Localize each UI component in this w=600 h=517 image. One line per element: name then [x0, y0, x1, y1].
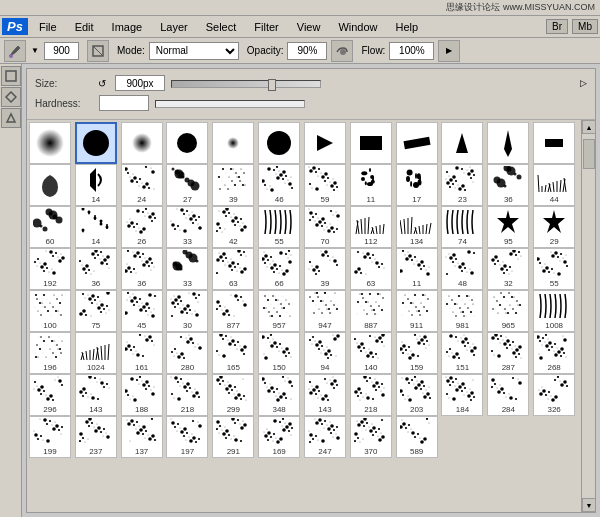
brush-cell[interactable]: 42 — [212, 206, 254, 248]
brush-cell[interactable]: 46 — [258, 164, 300, 206]
brush-cell[interactable]: 33 — [166, 206, 208, 248]
brush-cell[interactable]: 203 — [396, 374, 438, 416]
brush-cell[interactable]: 143 — [75, 374, 117, 416]
opacity-input[interactable] — [287, 42, 327, 60]
brush-cell[interactable] — [487, 122, 529, 164]
brush-cell[interactable]: 23 — [441, 164, 483, 206]
brush-cell[interactable]: 965 — [487, 290, 529, 332]
airbrush-icon[interactable] — [331, 40, 353, 62]
menu-view[interactable]: View — [294, 19, 324, 35]
brush-icon[interactable] — [4, 40, 26, 62]
brush-cell[interactable]: 1024 — [75, 332, 117, 374]
brush-cell[interactable]: 284 — [487, 374, 529, 416]
brush-cell[interactable] — [75, 122, 117, 164]
brush-cell[interactable] — [212, 122, 254, 164]
brush-cell[interactable] — [441, 122, 483, 164]
brush-cell[interactable]: 291 — [212, 416, 254, 458]
mode-select[interactable]: Normal Dissolve Multiply Screen — [149, 42, 239, 60]
brush-cell[interactable]: 94 — [304, 332, 346, 374]
brush-cell[interactable] — [166, 122, 208, 164]
brush-cell[interactable]: 150 — [258, 332, 300, 374]
brush-cell[interactable]: 36 — [121, 248, 163, 290]
brush-cell[interactable]: 981 — [441, 290, 483, 332]
brush-cell[interactable]: 947 — [304, 290, 346, 332]
brush-cell[interactable]: 60 — [29, 206, 71, 248]
brush-cell[interactable]: 184 — [441, 374, 483, 416]
brush-cell[interactable]: 887 — [350, 290, 392, 332]
brush-cell[interactable] — [29, 122, 71, 164]
brush-cell[interactable] — [121, 122, 163, 164]
brush-cell[interactable]: 877 — [212, 290, 254, 332]
brush-cell[interactable]: 169 — [258, 416, 300, 458]
brush-cell[interactable]: 59 — [304, 164, 346, 206]
brush-cell[interactable]: 192 — [29, 248, 71, 290]
brush-cell[interactable]: 268 — [533, 332, 575, 374]
brush-cell[interactable]: 48 — [441, 248, 483, 290]
brush-cell[interactable]: 63 — [212, 248, 254, 290]
brush-cell[interactable]: 27 — [166, 164, 208, 206]
brush-cell[interactable]: 137 — [121, 416, 163, 458]
brush-cell[interactable]: 29 — [533, 206, 575, 248]
brush-cell[interactable]: 45 — [121, 290, 163, 332]
brush-cell[interactable]: 39 — [212, 164, 254, 206]
brush-cell[interactable] — [29, 164, 71, 206]
menu-window[interactable]: Window — [335, 19, 380, 35]
brush-cell[interactable]: 197 — [166, 416, 208, 458]
brush-cell[interactable]: 911 — [396, 290, 438, 332]
brush-cell[interactable]: 134 — [396, 206, 438, 248]
brush-cell[interactable]: 151 — [441, 332, 483, 374]
brush-cell[interactable]: 218 — [350, 374, 392, 416]
brush-grid-scroll[interactable]: 1424273946591117233644601426334255701121… — [27, 120, 581, 512]
menu-file[interactable]: File — [36, 19, 60, 35]
brush-cell[interactable]: 165 — [212, 332, 254, 374]
menu-layer[interactable]: Layer — [157, 19, 191, 35]
brush-cell[interactable]: 14 — [75, 206, 117, 248]
brush-cell[interactable]: 11 — [396, 248, 438, 290]
brush-cell[interactable]: 161 — [121, 332, 163, 374]
brush-cell[interactable]: 143 — [304, 374, 346, 416]
brush-cell[interactable]: 17 — [396, 164, 438, 206]
brush-cell[interactable]: 218 — [166, 374, 208, 416]
brush-cell[interactable]: 589 — [396, 416, 438, 458]
brush-cell[interactable]: 326 — [533, 374, 575, 416]
brush-cell[interactable]: 112 — [350, 206, 392, 248]
brush-cell[interactable] — [533, 122, 575, 164]
brush-cell[interactable]: 55 — [533, 248, 575, 290]
brush-mode-icon[interactable] — [87, 40, 109, 62]
brush-cell[interactable]: 36 — [487, 164, 529, 206]
brush-cell[interactable]: 280 — [166, 332, 208, 374]
scroll-up-btn[interactable]: ▲ — [582, 120, 595, 134]
size-slider-thumb[interactable] — [268, 79, 276, 91]
brush-cell[interactable]: 159 — [396, 332, 438, 374]
hardness-value-input[interactable] — [99, 95, 149, 111]
menu-edit[interactable]: Edit — [72, 19, 97, 35]
brush-cell[interactable]: 100 — [29, 290, 71, 332]
left-tool-2[interactable] — [1, 87, 21, 107]
brush-cell[interactable]: 196 — [29, 332, 71, 374]
brush-cell[interactable]: 24 — [121, 164, 163, 206]
menu-select[interactable]: Select — [203, 19, 240, 35]
brush-cell[interactable]: 39 — [304, 248, 346, 290]
brush-cell[interactable]: 1008 — [533, 290, 575, 332]
panel-expand-icon[interactable]: ▷ — [580, 78, 587, 88]
brush-cell[interactable]: 33 — [166, 248, 208, 290]
scroll-down-btn[interactable]: ▼ — [582, 498, 595, 512]
left-tool-3[interactable] — [1, 108, 21, 128]
brush-cell[interactable]: 299 — [212, 374, 254, 416]
scroll-thumb[interactable] — [583, 139, 595, 169]
brush-cell[interactable]: 36 — [75, 248, 117, 290]
brush-cell[interactable]: 75 — [75, 290, 117, 332]
mb-button[interactable]: Mb — [572, 19, 598, 34]
brush-cell[interactable]: 30 — [166, 290, 208, 332]
brush-cell[interactable]: 199 — [29, 416, 71, 458]
brush-cell[interactable]: 296 — [29, 374, 71, 416]
brush-cell[interactable] — [350, 122, 392, 164]
brush-cell[interactable]: 247 — [304, 416, 346, 458]
size-slider[interactable] — [171, 80, 321, 88]
brush-cell[interactable]: 63 — [350, 248, 392, 290]
brush-cell[interactable]: 44 — [533, 164, 575, 206]
flow-arrow[interactable]: ▶ — [438, 40, 460, 62]
brush-cell[interactable]: 95 — [487, 206, 529, 248]
brush-cell[interactable]: 188 — [121, 374, 163, 416]
brush-cell[interactable]: 370 — [350, 416, 392, 458]
